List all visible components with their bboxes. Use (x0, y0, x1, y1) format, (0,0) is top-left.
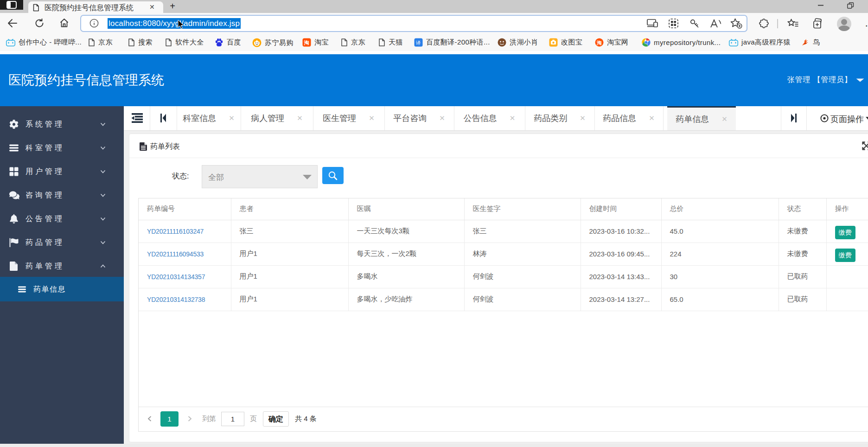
svg-text:淘: 淘 (304, 40, 309, 45)
svg-text:淘: 淘 (596, 40, 602, 45)
svg-text:译: 译 (415, 40, 421, 45)
